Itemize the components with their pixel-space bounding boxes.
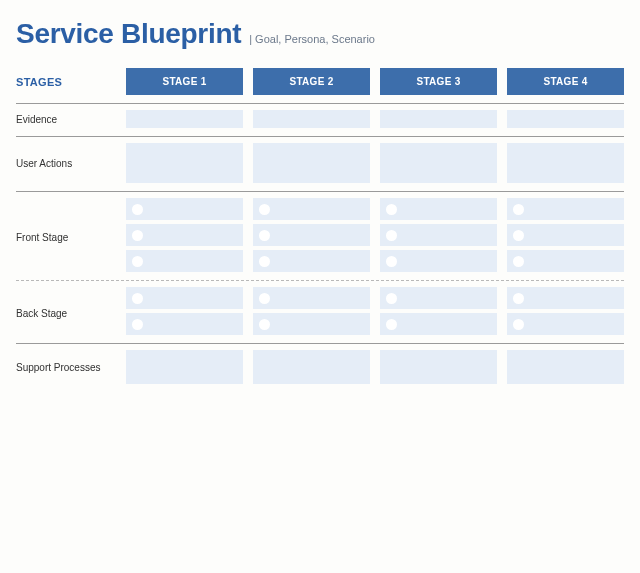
bullet-icon	[132, 319, 143, 330]
evidence-cell	[126, 110, 243, 128]
bullet-icon	[513, 256, 524, 267]
row-evidence: Evidence	[16, 110, 624, 128]
row-label-support: Support Processes	[16, 362, 116, 373]
bullet-icon	[132, 204, 143, 215]
back-stage-item	[380, 313, 497, 335]
divider	[16, 103, 624, 104]
bullet-icon	[259, 293, 270, 304]
front-stage-item	[253, 224, 370, 246]
front-stage-item	[126, 224, 243, 246]
row-label-evidence: Evidence	[16, 114, 116, 125]
back-stage-item	[507, 287, 624, 309]
bullet-icon	[259, 204, 270, 215]
stages-header-row: STAGES STAGE 1 STAGE 2 STAGE 3 STAGE 4	[16, 68, 624, 95]
row-user-actions: User Actions	[16, 143, 624, 183]
back-stage-item	[380, 287, 497, 309]
stage-head-3: STAGE 3	[380, 68, 497, 95]
back-stage-item	[126, 287, 243, 309]
support-cell	[126, 350, 243, 384]
front-stage-item	[253, 198, 370, 220]
divider	[16, 136, 624, 137]
front-stage-item	[380, 224, 497, 246]
bullet-icon	[132, 256, 143, 267]
row-label-back-stage: Back Stage	[16, 304, 116, 319]
back-stage-item	[253, 287, 370, 309]
back-stage-stack	[126, 287, 243, 335]
bullet-icon	[259, 256, 270, 267]
user-actions-cell	[253, 143, 370, 183]
back-stage-item	[507, 313, 624, 335]
row-back-stage: Back Stage	[16, 287, 624, 335]
row-support-processes: Support Processes	[16, 350, 624, 384]
stage-head-4: STAGE 4	[507, 68, 624, 95]
back-stage-item	[253, 313, 370, 335]
support-cell	[380, 350, 497, 384]
bullet-icon	[513, 319, 524, 330]
user-actions-cell	[507, 143, 624, 183]
bullet-icon	[513, 204, 524, 215]
stages-label: STAGES	[16, 76, 116, 88]
bullet-icon	[513, 293, 524, 304]
evidence-cell	[507, 110, 624, 128]
front-stage-item	[380, 198, 497, 220]
bullet-icon	[386, 293, 397, 304]
front-stage-item	[126, 250, 243, 272]
stage-head-2: STAGE 2	[253, 68, 370, 95]
bullet-icon	[259, 319, 270, 330]
bullet-icon	[132, 230, 143, 241]
front-stage-item	[507, 250, 624, 272]
front-stage-stack	[507, 198, 624, 272]
bullet-icon	[386, 256, 397, 267]
front-stage-stack	[126, 198, 243, 272]
user-actions-cell	[380, 143, 497, 183]
row-front-stage: Front Stage	[16, 198, 624, 272]
divider	[16, 191, 624, 192]
header: Service Blueprint | Goal, Persona, Scena…	[16, 18, 624, 50]
front-stage-item	[253, 250, 370, 272]
row-label-user-actions: User Actions	[16, 158, 116, 169]
back-stage-stack	[253, 287, 370, 335]
bullet-icon	[386, 204, 397, 215]
page-subtitle: | Goal, Persona, Scenario	[249, 33, 375, 45]
front-stage-item	[126, 198, 243, 220]
back-stage-stack	[380, 287, 497, 335]
stage-head-1: STAGE 1	[126, 68, 243, 95]
bullet-icon	[132, 293, 143, 304]
support-cell	[507, 350, 624, 384]
front-stage-stack	[380, 198, 497, 272]
back-stage-item	[126, 313, 243, 335]
bullet-icon	[386, 230, 397, 241]
user-actions-cell	[126, 143, 243, 183]
page-title: Service Blueprint	[16, 18, 241, 50]
back-stage-stack	[507, 287, 624, 335]
bullet-icon	[259, 230, 270, 241]
divider-dashed	[16, 280, 624, 281]
front-stage-item	[507, 198, 624, 220]
evidence-cell	[380, 110, 497, 128]
evidence-cell	[253, 110, 370, 128]
bullet-icon	[386, 319, 397, 330]
front-stage-stack	[253, 198, 370, 272]
row-label-front-stage: Front Stage	[16, 228, 116, 243]
support-cell	[253, 350, 370, 384]
bullet-icon	[513, 230, 524, 241]
divider	[16, 343, 624, 344]
front-stage-item	[380, 250, 497, 272]
front-stage-item	[507, 224, 624, 246]
